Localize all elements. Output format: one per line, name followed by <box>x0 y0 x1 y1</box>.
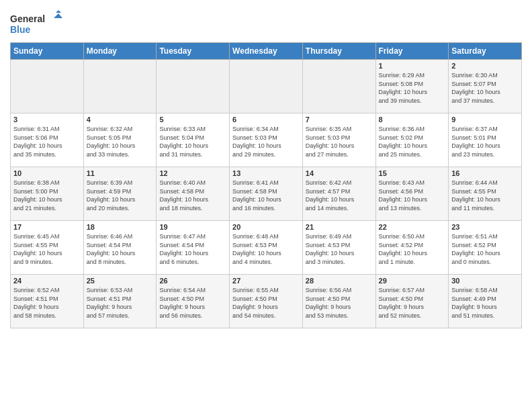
weekday-header-friday: Friday <box>375 43 449 60</box>
day-number: 9 <box>451 116 519 124</box>
weekday-header-wednesday: Wednesday <box>230 43 303 60</box>
day-info: Sunrise: 6:41 AM Sunset: 4:58 PM Dayligh… <box>232 179 300 212</box>
weekday-header-tuesday: Tuesday <box>157 43 230 60</box>
day-info: Sunrise: 6:40 AM Sunset: 4:58 PM Dayligh… <box>159 179 226 212</box>
calendar-cell: 7Sunrise: 6:35 AM Sunset: 5:03 PM Daylig… <box>302 113 375 167</box>
day-info: Sunrise: 6:46 AM Sunset: 4:54 PM Dayligh… <box>87 232 154 266</box>
calendar-cell: 12Sunrise: 6:40 AM Sunset: 4:58 PM Dayli… <box>157 167 230 221</box>
day-info: Sunrise: 6:31 AM Sunset: 5:06 PM Dayligh… <box>13 125 81 158</box>
calendar-cell: 24Sunrise: 6:52 AM Sunset: 4:51 PM Dayli… <box>11 275 84 328</box>
svg-text:Blue: Blue <box>10 24 31 35</box>
weekday-header-saturday: Saturday <box>449 43 522 60</box>
calendar-cell <box>157 60 230 113</box>
calendar-cell: 23Sunrise: 6:51 AM Sunset: 4:52 PM Dayli… <box>449 221 522 275</box>
weekday-header-row: SundayMondayTuesdayWednesdayThursdayFrid… <box>11 43 522 60</box>
day-info: Sunrise: 6:57 AM Sunset: 4:50 PM Dayligh… <box>379 286 446 320</box>
day-number: 15 <box>379 169 446 177</box>
day-info: Sunrise: 6:29 AM Sunset: 5:08 PM Dayligh… <box>379 71 446 105</box>
day-number: 12 <box>159 169 226 177</box>
day-number: 30 <box>451 277 519 285</box>
logo: General Blue <box>10 10 64 37</box>
day-info: Sunrise: 6:33 AM Sunset: 5:04 PM Dayligh… <box>159 125 226 158</box>
day-info: Sunrise: 6:39 AM Sunset: 4:59 PM Dayligh… <box>87 179 154 212</box>
calendar-cell: 10Sunrise: 6:38 AM Sunset: 5:00 PM Dayli… <box>11 167 84 221</box>
calendar-cell: 3Sunrise: 6:31 AM Sunset: 5:06 PM Daylig… <box>11 113 84 167</box>
calendar-cell: 22Sunrise: 6:50 AM Sunset: 4:52 PM Dayli… <box>375 221 449 275</box>
calendar-cell: 4Sunrise: 6:32 AM Sunset: 5:05 PM Daylig… <box>83 113 157 167</box>
day-info: Sunrise: 6:38 AM Sunset: 5:00 PM Dayligh… <box>13 179 81 212</box>
day-info: Sunrise: 6:55 AM Sunset: 4:50 PM Dayligh… <box>232 286 300 320</box>
calendar-cell <box>302 60 375 113</box>
calendar-cell: 1Sunrise: 6:29 AM Sunset: 5:08 PM Daylig… <box>375 60 449 113</box>
day-info: Sunrise: 6:37 AM Sunset: 5:01 PM Dayligh… <box>451 125 519 158</box>
day-number: 2 <box>451 62 519 70</box>
svg-text:General: General <box>10 13 45 24</box>
day-number: 10 <box>13 169 81 177</box>
day-number: 8 <box>379 116 446 124</box>
day-number: 14 <box>306 169 373 177</box>
calendar-cell <box>11 60 84 113</box>
calendar-week-row: 3Sunrise: 6:31 AM Sunset: 5:06 PM Daylig… <box>11 113 522 167</box>
day-number: 19 <box>159 223 226 231</box>
weekday-header-monday: Monday <box>83 43 157 60</box>
day-info: Sunrise: 6:44 AM Sunset: 4:55 PM Dayligh… <box>451 179 519 212</box>
day-info: Sunrise: 6:34 AM Sunset: 5:03 PM Dayligh… <box>232 125 300 158</box>
day-number: 16 <box>451 169 519 177</box>
day-number: 5 <box>159 116 226 124</box>
day-number: 28 <box>306 277 373 285</box>
day-info: Sunrise: 6:36 AM Sunset: 5:02 PM Dayligh… <box>379 125 446 158</box>
day-number: 29 <box>379 277 446 285</box>
calendar-cell <box>230 60 303 113</box>
day-info: Sunrise: 6:32 AM Sunset: 5:05 PM Dayligh… <box>87 125 154 158</box>
calendar-cell: 2Sunrise: 6:30 AM Sunset: 5:07 PM Daylig… <box>449 60 522 113</box>
calendar-cell: 16Sunrise: 6:44 AM Sunset: 4:55 PM Dayli… <box>449 167 522 221</box>
weekday-header-thursday: Thursday <box>302 43 375 60</box>
calendar-cell: 14Sunrise: 6:42 AM Sunset: 4:57 PM Dayli… <box>302 167 375 221</box>
calendar-cell: 15Sunrise: 6:43 AM Sunset: 4:56 PM Dayli… <box>375 167 449 221</box>
calendar-cell: 25Sunrise: 6:53 AM Sunset: 4:51 PM Dayli… <box>83 275 157 328</box>
calendar-cell: 29Sunrise: 6:57 AM Sunset: 4:50 PM Dayli… <box>375 275 449 328</box>
calendar-cell: 13Sunrise: 6:41 AM Sunset: 4:58 PM Dayli… <box>230 167 303 221</box>
day-number: 6 <box>232 116 300 124</box>
day-info: Sunrise: 6:30 AM Sunset: 5:07 PM Dayligh… <box>451 71 519 105</box>
calendar-cell: 17Sunrise: 6:45 AM Sunset: 4:55 PM Dayli… <box>11 221 84 275</box>
day-info: Sunrise: 6:58 AM Sunset: 4:49 PM Dayligh… <box>451 286 519 320</box>
day-info: Sunrise: 6:45 AM Sunset: 4:55 PM Dayligh… <box>13 232 81 266</box>
day-info: Sunrise: 6:42 AM Sunset: 4:57 PM Dayligh… <box>306 179 373 212</box>
calendar-cell: 19Sunrise: 6:47 AM Sunset: 4:54 PM Dayli… <box>157 221 230 275</box>
day-info: Sunrise: 6:53 AM Sunset: 4:51 PM Dayligh… <box>87 286 154 320</box>
calendar-week-row: 1Sunrise: 6:29 AM Sunset: 5:08 PM Daylig… <box>11 60 522 113</box>
day-number: 20 <box>232 223 300 231</box>
day-number: 7 <box>306 116 373 124</box>
day-number: 26 <box>159 277 226 285</box>
calendar-cell <box>83 60 157 113</box>
day-number: 25 <box>87 277 154 285</box>
calendar-body: 1Sunrise: 6:29 AM Sunset: 5:08 PM Daylig… <box>11 60 522 328</box>
day-number: 21 <box>306 223 373 231</box>
day-number: 23 <box>451 223 519 231</box>
day-number: 18 <box>87 223 154 231</box>
day-info: Sunrise: 6:47 AM Sunset: 4:54 PM Dayligh… <box>159 232 226 266</box>
calendar-cell: 26Sunrise: 6:54 AM Sunset: 4:50 PM Dayli… <box>157 275 230 328</box>
calendar-cell: 5Sunrise: 6:33 AM Sunset: 5:04 PM Daylig… <box>157 113 230 167</box>
day-number: 4 <box>87 116 154 124</box>
calendar-cell: 28Sunrise: 6:56 AM Sunset: 4:50 PM Dayli… <box>302 275 375 328</box>
page-container: General Blue SundayMondayTuesdayWednesda… <box>0 0 532 332</box>
calendar-week-row: 17Sunrise: 6:45 AM Sunset: 4:55 PM Dayli… <box>11 221 522 275</box>
day-number: 11 <box>87 169 154 177</box>
day-info: Sunrise: 6:51 AM Sunset: 4:52 PM Dayligh… <box>451 232 519 266</box>
day-info: Sunrise: 6:48 AM Sunset: 4:53 PM Dayligh… <box>232 232 300 266</box>
day-info: Sunrise: 6:54 AM Sunset: 4:50 PM Dayligh… <box>159 286 226 320</box>
calendar-cell: 8Sunrise: 6:36 AM Sunset: 5:02 PM Daylig… <box>375 113 449 167</box>
day-number: 27 <box>232 277 300 285</box>
day-info: Sunrise: 6:43 AM Sunset: 4:56 PM Dayligh… <box>379 179 446 212</box>
day-number: 22 <box>379 223 446 231</box>
day-info: Sunrise: 6:52 AM Sunset: 4:51 PM Dayligh… <box>13 286 81 320</box>
calendar-cell: 9Sunrise: 6:37 AM Sunset: 5:01 PM Daylig… <box>449 113 522 167</box>
calendar-cell: 27Sunrise: 6:55 AM Sunset: 4:50 PM Dayli… <box>230 275 303 328</box>
calendar-cell: 18Sunrise: 6:46 AM Sunset: 4:54 PM Dayli… <box>83 221 157 275</box>
svg-marker-3 <box>54 13 62 18</box>
day-number: 3 <box>13 116 81 124</box>
day-number: 17 <box>13 223 81 231</box>
weekday-header-sunday: Sunday <box>11 43 84 60</box>
